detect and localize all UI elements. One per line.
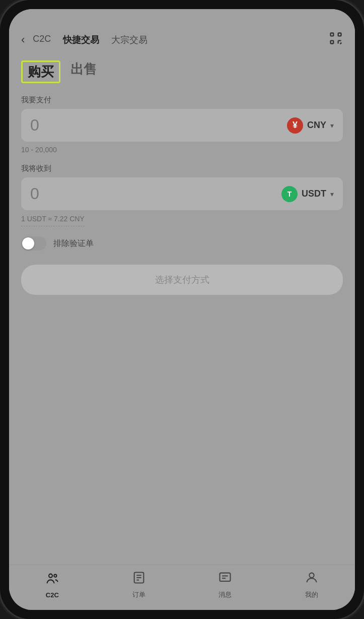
messages-icon: [218, 571, 232, 588]
pay-input-row[interactable]: 0 ¥ CNY ▾: [21, 109, 343, 142]
usdt-chevron-icon: ▾: [330, 190, 334, 198]
c2c-icon: [45, 572, 59, 589]
status-bar: [9, 9, 355, 27]
phone-screen: ‹ C2C 快捷交易 大宗交易: [9, 9, 355, 610]
bottom-nav-orders[interactable]: 订单: [96, 571, 182, 599]
svg-rect-1: [338, 33, 341, 36]
svg-point-7: [49, 574, 52, 577]
svg-rect-13: [220, 573, 231, 581]
main-content: 购买 出售 我要支付 0 ¥ CNY ▾ 10 - 20,000 我将收到 0 …: [9, 52, 355, 565]
messages-nav-label: 消息: [219, 590, 232, 599]
usdt-icon: T: [281, 186, 298, 202]
toggle-knob: [22, 237, 34, 250]
svg-point-8: [54, 574, 56, 577]
exclude-toggle[interactable]: [21, 236, 46, 251]
c2c-nav-label: C2C: [46, 591, 59, 599]
bottom-nav-profile[interactable]: 我的: [268, 571, 355, 599]
cny-chevron-icon: ▾: [330, 121, 334, 130]
profile-nav-label: 我的: [305, 590, 318, 599]
pay-label: 我要支付: [21, 95, 343, 105]
toggle-label: 排除验证单: [53, 238, 94, 249]
buy-tab[interactable]: 购买: [21, 60, 60, 83]
svg-rect-0: [331, 33, 334, 36]
cny-label: CNY: [307, 120, 326, 131]
profile-icon: [305, 571, 319, 588]
nav-tab-c2c[interactable]: C2C: [33, 34, 51, 46]
receive-value[interactable]: 0: [30, 184, 39, 203]
nav-tab-bulk[interactable]: 大宗交易: [111, 34, 148, 46]
cny-icon: ¥: [287, 117, 303, 134]
nav-tab-quick[interactable]: 快捷交易: [63, 34, 99, 46]
back-button[interactable]: ‹: [21, 33, 25, 46]
toggle-row: 排除验证单: [21, 236, 343, 251]
phone-shell: ‹ C2C 快捷交易 大宗交易: [0, 0, 364, 619]
range-hint: 10 - 20,000: [21, 146, 343, 154]
payment-button[interactable]: 选择支付方式: [21, 265, 343, 295]
svg-point-16: [309, 573, 314, 578]
receive-input-row[interactable]: 0 T USDT ▾: [21, 177, 343, 210]
scan-button[interactable]: [329, 31, 343, 48]
bottom-nav-c2c[interactable]: C2C: [9, 572, 96, 599]
nav-tabs: C2C 快捷交易 大宗交易: [33, 34, 329, 46]
bottom-nav-messages[interactable]: 消息: [182, 571, 269, 599]
receive-label: 我将收到: [21, 164, 343, 173]
pay-value[interactable]: 0: [30, 116, 39, 135]
usdt-label: USDT: [302, 189, 326, 199]
exchange-rate: 1 USDT ≈ 7.22 CNY: [21, 215, 85, 226]
svg-rect-2: [331, 41, 334, 44]
nav-bar: ‹ C2C 快捷交易 大宗交易: [9, 27, 355, 52]
sell-tab[interactable]: 出售: [70, 60, 97, 83]
action-tabs: 购买 出售: [21, 60, 343, 83]
bottom-nav: C2C 订单: [9, 565, 355, 610]
usdt-currency-selector[interactable]: T USDT ▾: [281, 186, 334, 202]
orders-icon: [132, 571, 146, 588]
orders-nav-label: 订单: [132, 590, 145, 599]
cny-currency-selector[interactable]: ¥ CNY ▾: [287, 117, 334, 134]
